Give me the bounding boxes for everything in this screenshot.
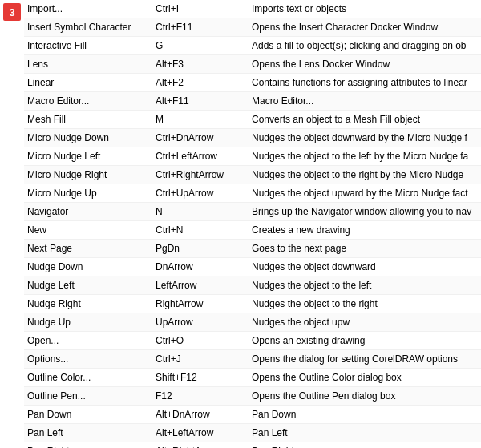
command-description: Macro Editor...	[249, 92, 481, 111]
command-shortcut: G	[152, 37, 249, 55]
command-name: Micro Nudge Down	[24, 129, 152, 147]
table-row[interactable]: NewCtrl+NCreates a new drawing	[24, 221, 481, 240]
table-row[interactable]: Insert Symbol CharacterCtrl+F11Opens the…	[24, 18, 481, 37]
command-description: Pan Left	[249, 424, 481, 442]
command-shortcut: LeftArrow	[152, 276, 249, 295]
command-name: Options...	[24, 350, 152, 369]
command-description: Nudges the object upward by the Micro Nu…	[249, 184, 481, 203]
command-shortcut: Ctrl+LeftArrow	[152, 147, 249, 166]
command-description: Goes to the next page	[249, 240, 481, 258]
command-name: Insert Symbol Character	[24, 18, 152, 37]
command-shortcut: UpArrow	[152, 313, 249, 332]
table-row[interactable]: Next PagePgDnGoes to the next page	[24, 240, 481, 258]
command-shortcut: Ctrl+UpArrow	[152, 184, 249, 203]
command-name: Next Page	[24, 240, 152, 258]
command-description: Adds a fill to object(s); clicking and d…	[249, 37, 481, 55]
table-row[interactable]: Pan RightAlt+RightArrowPan Right	[24, 442, 481, 449]
table-row[interactable]: LensAlt+F3Opens the Lens Docker Window	[24, 55, 481, 74]
table-row[interactable]: Pan DownAlt+DnArrowPan Down	[24, 406, 481, 424]
command-shortcut: F12	[152, 387, 249, 406]
command-name: Micro Nudge Left	[24, 147, 152, 166]
command-name: Import...	[24, 0, 152, 18]
command-shortcut: Ctrl+RightArrow	[152, 166, 249, 184]
command-description: Opens the dialog for setting CorelDRAW o…	[249, 350, 481, 369]
command-description: Opens the Outline Color dialog box	[249, 369, 481, 387]
command-name: Outline Color...	[24, 369, 152, 387]
command-description: Nudges the object to the right	[249, 295, 481, 313]
table-row[interactable]: Import...Ctrl+IImports text or objects	[24, 0, 481, 18]
command-shortcut: N	[152, 203, 249, 221]
table-row[interactable]: Nudge RightRightArrowNudges the object t…	[24, 295, 481, 313]
table-row[interactable]: Nudge DownDnArrowNudges the object downw…	[24, 258, 481, 276]
command-description: Nudges the object downward by the Micro …	[249, 129, 481, 147]
command-shortcut: Shift+F12	[152, 369, 249, 387]
table-row[interactable]: Micro Nudge LeftCtrl+LeftArrowNudges the…	[24, 147, 481, 166]
table-row[interactable]: Outline Pen...F12Opens the Outline Pen d…	[24, 387, 481, 406]
command-description: Imports text or objects	[249, 0, 481, 18]
table-row[interactable]: Micro Nudge UpCtrl+UpArrowNudges the obj…	[24, 184, 481, 203]
command-name: Open...	[24, 332, 152, 350]
command-description: Contains functions for assigning attribu…	[249, 74, 481, 92]
shortcuts-table: Import...Ctrl+IImports text or objectsIn…	[24, 0, 481, 448]
command-name: Lens	[24, 55, 152, 74]
command-name: Nudge Left	[24, 276, 152, 295]
table-row[interactable]: Micro Nudge RightCtrl+RightArrowNudges t…	[24, 166, 481, 184]
command-description: Opens the Insert Character Docker Window	[249, 18, 481, 37]
command-shortcut: Alt+F2	[152, 74, 249, 92]
command-name: New	[24, 221, 152, 240]
command-description: Nudges the object to the left by the Mic…	[249, 147, 481, 166]
command-name: Nudge Right	[24, 295, 152, 313]
command-name: Outline Pen...	[24, 387, 152, 406]
table-row[interactable]: Nudge UpUpArrowNudges the object upw	[24, 313, 481, 332]
table-row[interactable]: Open...Ctrl+OOpens an existing drawing	[24, 332, 481, 350]
command-name: Nudge Up	[24, 313, 152, 332]
command-name: Linear	[24, 74, 152, 92]
table-row[interactable]: NavigatorNBrings up the Navigator window…	[24, 203, 481, 221]
command-description: Nudges the object downward	[249, 258, 481, 276]
command-description: Opens the Lens Docker Window	[249, 55, 481, 74]
table-row[interactable]: Mesh FillMConverts an object to a Mesh F…	[24, 111, 481, 129]
command-description: Pan Down	[249, 406, 481, 424]
table-row[interactable]: Pan LeftAlt+LeftArrowPan Left	[24, 424, 481, 442]
table-row[interactable]: Macro Editor...Alt+F11Macro Editor...	[24, 92, 481, 111]
command-description: Nudges the object to the left	[249, 276, 481, 295]
command-description: Opens an existing drawing	[249, 332, 481, 350]
table-row[interactable]: Micro Nudge DownCtrl+DnArrowNudges the o…	[24, 129, 481, 147]
command-name: Pan Down	[24, 406, 152, 424]
command-description: Nudges the object upw	[249, 313, 481, 332]
command-description: Creates a new drawing	[249, 221, 481, 240]
command-shortcut: Alt+F11	[152, 92, 249, 111]
command-name: Navigator	[24, 203, 152, 221]
table-row[interactable]: Nudge LeftLeftArrowNudges the object to …	[24, 276, 481, 295]
command-shortcut: Alt+RightArrow	[152, 442, 249, 449]
command-shortcut: Ctrl+O	[152, 332, 249, 350]
command-shortcut: Alt+DnArrow	[152, 406, 249, 424]
command-shortcut: RightArrow	[152, 295, 249, 313]
command-description: Nudges the object to the right by the Mi…	[249, 166, 481, 184]
command-description: Opens the Outline Pen dialog box	[249, 387, 481, 406]
command-shortcut: Ctrl+DnArrow	[152, 129, 249, 147]
command-shortcut: DnArrow	[152, 258, 249, 276]
command-name: Pan Left	[24, 424, 152, 442]
command-description: Pan Right	[249, 442, 481, 449]
command-description: Converts an object to a Mesh Fill object	[249, 111, 481, 129]
command-name: Micro Nudge Up	[24, 184, 152, 203]
command-shortcut: PgDn	[152, 240, 249, 258]
command-shortcut: Ctrl+F11	[152, 18, 249, 37]
command-name: Interactive Fill	[24, 37, 152, 55]
table-row[interactable]: Options...Ctrl+JOpens the dialog for set…	[24, 350, 481, 369]
command-name: Macro Editor...	[24, 92, 152, 111]
command-shortcut: Ctrl+N	[152, 221, 249, 240]
step-badge: 3	[3, 3, 21, 21]
shortcuts-table-wrapper[interactable]: Import...Ctrl+IImports text or objectsIn…	[24, 0, 481, 448]
command-shortcut: Ctrl+I	[152, 0, 249, 18]
table-row[interactable]: Outline Color...Shift+F12Opens the Outli…	[24, 369, 481, 387]
table-row[interactable]: LinearAlt+F2Contains functions for assig…	[24, 74, 481, 92]
command-shortcut: M	[152, 111, 249, 129]
table-row[interactable]: Interactive FillGAdds a fill to object(s…	[24, 37, 481, 55]
command-shortcut: Ctrl+J	[152, 350, 249, 369]
command-name: Micro Nudge Right	[24, 166, 152, 184]
command-shortcut: Alt+LeftArrow	[152, 424, 249, 442]
command-shortcut: Alt+F3	[152, 55, 249, 74]
main-container: 3 Import...Ctrl+IImports text or objects…	[0, 0, 481, 448]
